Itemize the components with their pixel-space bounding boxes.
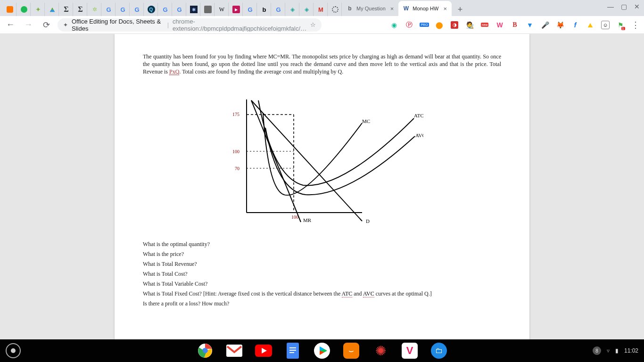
pinned-tab-w[interactable]: W <box>215 3 229 16</box>
notification-count[interactable]: 8 <box>593 346 601 355</box>
ext-blue-tri-icon[interactable]: ▼ <box>525 20 535 30</box>
svg-marker-3 <box>588 23 593 27</box>
omnibox-url: chrome-extension://bpmcpldpdmajfigpchkic… <box>173 18 306 32</box>
chrome-menu-button[interactable]: ⋮ <box>631 20 640 30</box>
pinned-tab-sigma1[interactable]: Σ <box>60 3 73 16</box>
pinned-tab-g3[interactable]: G <box>131 3 144 16</box>
pinned-tab-g5[interactable]: G <box>173 3 186 16</box>
forward-button[interactable]: → <box>22 18 35 32</box>
app-files[interactable]: 🗀 <box>429 341 448 360</box>
back-button[interactable]: ← <box>4 18 17 32</box>
ext-b-icon[interactable]: B <box>510 20 520 30</box>
clock: 11:02 <box>624 347 638 354</box>
ext-drive-icon[interactable] <box>586 20 595 30</box>
wifi-icon: ▿ <box>607 347 610 354</box>
ext-grammarly-icon[interactable]: ◉ <box>389 20 399 30</box>
close-window-button[interactable]: ✕ <box>634 3 640 10</box>
ext-avatar-icon[interactable]: ☺ <box>601 20 610 30</box>
svg-rect-19 <box>289 350 296 351</box>
question-7: Is there a profit or a loss? How much? <box>143 300 501 307</box>
omnibox-title: Office Editing for Docs, Sheets & Slides <box>72 18 164 32</box>
app-youtube[interactable] <box>254 341 273 360</box>
pinned-tab-1[interactable] <box>3 3 17 16</box>
close-icon[interactable]: × <box>390 5 394 12</box>
pinned-tab-g1[interactable]: G <box>102 3 116 16</box>
pinned-tab-g2[interactable]: G <box>116 3 130 16</box>
question-6: What is Total Fixed Cost? [Hint: Average… <box>143 290 501 297</box>
x-tick-100: 100 <box>291 214 298 220</box>
shelf-status[interactable]: 8 ▿ ▮ 11:02 <box>593 346 638 355</box>
pinned-tab-g6[interactable]: G <box>244 3 257 16</box>
app-audible[interactable]: ⌣ <box>342 341 361 360</box>
chromeos-shelf: ⌣ ✺ V 🗀 8 ▿ ▮ 11:02 <box>0 339 644 362</box>
omnibox[interactable]: ✦ Office Editing for Docs, Sheets & Slid… <box>58 18 322 32</box>
extension-row: ◉ Ⓟ PRO ⬤ ◑ 🧑‍🎨 new W B ▼ 🎤 🦊 f ☺ ⚑1 ⋮ <box>389 20 640 30</box>
battery-icon: ▮ <box>615 347 619 354</box>
app-docs[interactable] <box>283 341 302 360</box>
label-mc: MC <box>362 118 370 124</box>
document-page: The quantity has been found for you by f… <box>115 34 529 339</box>
y-tick-70: 70 <box>235 166 239 171</box>
tab-monop-hw[interactable]: W Monop HW × <box>398 1 452 16</box>
ext-mic-icon[interactable]: 🎤 <box>540 20 550 30</box>
question-4: What is Total Cost? <box>143 271 501 278</box>
ext-w-icon[interactable]: W <box>495 20 504 30</box>
tab-title: Monop HW <box>413 6 438 11</box>
new-tab-button[interactable]: + <box>454 3 467 16</box>
bartleby-icon: b <box>346 5 354 12</box>
pinned-tab-red[interactable]: ▶ <box>230 3 243 16</box>
ext-pinterest-icon[interactable]: Ⓟ <box>405 20 414 30</box>
app-v[interactable]: V <box>400 341 419 360</box>
pinned-tab-b[interactable]: b <box>258 3 271 16</box>
question-1: What is the optimal quantity? <box>143 241 501 248</box>
app-canvas[interactable]: ✺ <box>371 341 390 360</box>
minimize-button[interactable]: — <box>607 3 614 10</box>
ext-pro-icon[interactable]: PRO <box>420 20 429 30</box>
app-gmail[interactable] <box>225 341 244 360</box>
ext-flag-icon[interactable]: ⚑1 <box>616 20 625 30</box>
label-mr: MR <box>303 217 312 223</box>
pinned-tab-g7[interactable]: G <box>272 3 285 16</box>
pinned-tab-snow[interactable]: ✱ <box>187 3 200 16</box>
pinned-tab-target[interactable] <box>329 3 342 16</box>
pinned-tab-7[interactable]: ✲ <box>88 3 101 16</box>
label-atc: ATC <box>414 113 423 118</box>
shelf-apps: ⌣ ✺ V 🗀 <box>196 341 448 360</box>
pinned-tab-photo[interactable] <box>201 3 215 16</box>
pinned-tab-spotify[interactable] <box>17 3 31 16</box>
maximize-button[interactable]: ▢ <box>620 3 627 10</box>
pinned-tab-q[interactable]: Q <box>145 3 158 16</box>
ext-people-icon[interactable]: 🧑‍🎨 <box>465 20 474 30</box>
pinned-tab-g4[interactable]: G <box>159 3 172 16</box>
pinned-tab-drive[interactable] <box>46 3 59 16</box>
y-tick-175: 175 <box>232 112 239 117</box>
question-2: What is the price? <box>143 251 501 258</box>
pinned-tab-diamond2[interactable]: ◈ <box>300 3 314 16</box>
browser-toolbar: ← → ⟳ ✦ Office Editing for Docs, Sheets … <box>0 16 644 34</box>
tab-title: My Question <box>356 6 386 11</box>
bookmark-star-icon[interactable]: ☆ <box>310 21 316 28</box>
svg-rect-18 <box>289 347 296 348</box>
svg-marker-1 <box>50 10 55 12</box>
ext-f-icon[interactable]: f <box>570 20 580 30</box>
ext-orange-icon[interactable]: ⬤ <box>435 20 444 30</box>
ext-new-icon[interactable]: new <box>480 20 489 30</box>
pinned-tab-sigma2[interactable]: Σ <box>74 3 87 16</box>
reload-button[interactable]: ⟳ <box>40 18 53 32</box>
app-chrome[interactable] <box>196 341 215 360</box>
tab-my-questions[interactable]: b My Question × <box>342 1 398 16</box>
pinned-tab-diamond1[interactable]: ◈ <box>286 3 299 16</box>
word-icon: W <box>402 5 410 12</box>
browser-tabstrip: ✦ Σ Σ ✲ G G G Q G G ✱ W ▶ G b G ◈ ◈ M b … <box>0 0 644 16</box>
app-play[interactable] <box>313 341 331 360</box>
svg-marker-2 <box>51 8 53 10</box>
ext-firefox-icon[interactable]: 🦊 <box>555 20 565 30</box>
ext-red-box-icon[interactable]: ◑ <box>450 20 459 30</box>
close-icon[interactable]: × <box>443 5 447 12</box>
pinned-tab-gmail[interactable]: M <box>314 3 328 16</box>
launcher-button[interactable] <box>6 343 21 358</box>
window-controls: — ▢ ✕ <box>607 3 640 10</box>
question-5: What is Total Variable Cost? <box>143 280 501 288</box>
intro-paragraph: The quantity has been found for you by f… <box>143 53 501 76</box>
pinned-tab-3[interactable]: ✦ <box>32 3 45 16</box>
